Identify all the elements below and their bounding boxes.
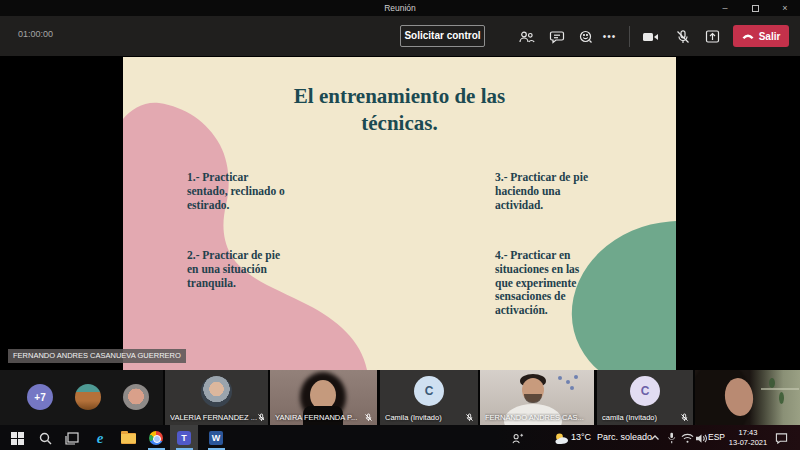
search-icon[interactable] <box>36 429 54 447</box>
participant-name: Camila (Invitado) <box>385 413 442 422</box>
share-screen-icon[interactable] <box>704 28 721 45</box>
overflow-count-badge[interactable]: +7 <box>27 384 53 410</box>
participant-avatar-photo[interactable] <box>75 384 101 410</box>
participant-video <box>695 370 800 425</box>
meeting-timer: 01:00:00 <box>18 29 53 39</box>
action-center-icon[interactable] <box>772 429 790 447</box>
weather-description[interactable]: Parc. soleado <box>597 432 652 442</box>
word-icon[interactable]: W <box>207 429 225 447</box>
shared-content-stage: El entrenamiento de las técnicas. 1.- Pr… <box>0 56 800 370</box>
slide-point-3: 3.- Practicar de pie haciendo una activi… <box>495 171 588 212</box>
language-indicator[interactable]: ESP <box>708 432 725 442</box>
mic-muted-icon <box>680 413 689 422</box>
participant-tile-yanira[interactable]: YANIRA FERNANDA P... <box>270 370 377 425</box>
internet-explorer-icon[interactable]: e <box>91 429 109 447</box>
participants-filmstrip: +7 VALERIA FERNANDEZ ... YANIRA FERNANDA <box>0 370 800 425</box>
presenter-name-label: FERNANDO ANDRES CASANUEVA GUERRERO <box>8 349 186 363</box>
teams-icon[interactable]: T <box>175 429 193 447</box>
people-tray-icon[interactable] <box>508 429 526 447</box>
leave-button[interactable]: Salir <box>733 25 789 47</box>
participant-avatar-photo[interactable] <box>123 384 149 410</box>
slide-point-1: 1.- Practicar sentado, reclinado o estir… <box>187 171 285 212</box>
reactions-icon[interactable] <box>577 28 594 45</box>
participant-tile-valeria[interactable]: VALERIA FERNANDEZ ... <box>165 370 268 425</box>
windows-taskbar: e T W 13°C <box>0 425 800 450</box>
window-titlebar: Reunión – × <box>0 0 800 16</box>
close-icon[interactable]: × <box>770 0 800 16</box>
minimize-icon[interactable]: – <box>710 0 740 16</box>
participants-icon[interactable] <box>518 28 535 45</box>
participant-tile-video[interactable] <box>695 370 800 425</box>
slide-point-4: 4.- Practicar en situaciones en las que … <box>495 249 579 318</box>
presentation-slide: El entrenamiento de las técnicas. 1.- Pr… <box>123 57 676 370</box>
maximize-icon[interactable] <box>740 0 770 16</box>
participant-name: FERNANDO ANDRES CAS... <box>485 413 584 422</box>
window-controls: – × <box>710 0 800 16</box>
camera-icon[interactable] <box>642 28 659 45</box>
toolbar-divider <box>629 26 630 47</box>
overflow-participants-panel: +7 <box>0 370 163 425</box>
hang-up-icon <box>742 33 754 39</box>
window-title: Reunión <box>0 0 800 16</box>
slide-title: El entrenamiento de las técnicas. <box>183 83 616 138</box>
participant-name: YANIRA FERNANDA P... <box>275 413 357 422</box>
teams-meeting-window: Reunión – × 01:00:00 Solicitar control <box>0 0 800 450</box>
participant-avatar-photo <box>201 376 232 407</box>
mic-muted-icon[interactable] <box>674 28 691 45</box>
leave-label: Salir <box>759 31 781 42</box>
participant-tile-camila2[interactable]: C camila (Invitado) <box>597 370 693 425</box>
mic-muted-icon <box>465 413 474 422</box>
mic-muted-icon <box>257 413 264 422</box>
participant-name: camila (Invitado) <box>602 413 657 422</box>
chrome-icon[interactable] <box>147 429 165 447</box>
chat-icon[interactable] <box>548 28 565 45</box>
weather-temperature[interactable]: 13°C <box>571 432 591 442</box>
participant-initial: C <box>641 384 650 398</box>
participant-initial: C <box>425 384 434 398</box>
more-options-icon[interactable]: ••• <box>601 28 618 45</box>
meeting-toolbar: 01:00:00 Solicitar control ••• <box>0 16 800 56</box>
weather-icon[interactable] <box>552 429 570 447</box>
participant-tile-fernando[interactable]: FERNANDO ANDRES CAS... <box>480 370 594 425</box>
task-view-icon[interactable] <box>63 429 81 447</box>
request-control-button[interactable]: Solicitar control <box>400 25 485 47</box>
start-button-icon[interactable] <box>8 429 26 447</box>
clock-date: 13-07-2021 <box>724 438 772 448</box>
mic-muted-icon <box>364 413 373 422</box>
participant-name: VALERIA FERNANDEZ ... <box>170 413 257 422</box>
file-explorer-icon[interactable] <box>119 429 137 447</box>
clock[interactable]: 17:43 13-07-2021 <box>724 428 772 447</box>
participant-tile-camila1[interactable]: C Camila (Invitado) <box>380 370 478 425</box>
slide-point-2: 2.- Practicar de pie en una situación tr… <box>187 249 280 290</box>
clock-time: 17:43 <box>724 428 772 438</box>
